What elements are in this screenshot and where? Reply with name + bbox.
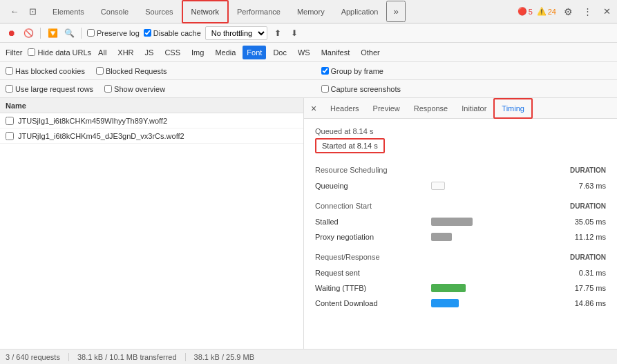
filter-row: Filter Hide data URLs All XHR JS CSS Img… [0, 43, 617, 62]
ttfb-row: Waiting (TTFB) 17.75 ms [315, 280, 606, 296]
options-right-2: Capture screenshots [307, 85, 612, 93]
filter-img[interactable]: Img [187, 46, 208, 59]
settings-button[interactable]: ⚙ [560, 4, 576, 19]
show-overview-checkbox[interactable] [104, 85, 112, 93]
blocked-requests-checkbox[interactable] [96, 67, 104, 75]
filter-manifest[interactable]: Manifest [317, 46, 354, 59]
request-response-title: Request/Response [315, 253, 380, 261]
timing-content: Queued at 8.14 s Started at 8.14 s Resou… [304, 119, 617, 327]
more-options-button[interactable]: ⋮ [580, 4, 595, 19]
disable-cache-checkbox[interactable] [144, 29, 151, 37]
network-toolbar: ⏺ 🚫 🔽 🔍 Preserve log Disable cache No th… [0, 23, 617, 43]
file-2-checkbox[interactable] [6, 132, 14, 140]
filter-xhr[interactable]: XHR [113, 46, 137, 59]
filter-doc[interactable]: Doc [269, 46, 291, 59]
stalled-duration: 35.05 ms [561, 218, 606, 226]
tab-memory[interactable]: Memory [289, 0, 333, 23]
throttle-select[interactable]: No throttling [205, 26, 267, 40]
back-icon[interactable]: ← [7, 4, 22, 19]
ttfb-label: Waiting (TTFB) [315, 284, 426, 292]
detail-tabs: × Headers Preview Response Initiator Tim… [304, 98, 617, 119]
tab-application[interactable]: Application [333, 0, 387, 23]
detail-tab-headers[interactable]: Headers [323, 98, 366, 119]
has-blocked-cookies-checkbox[interactable] [6, 67, 13, 75]
disable-cache-text: Disable cache [153, 29, 201, 37]
search-button[interactable]: 🔍 [63, 27, 75, 39]
error-icon: 🔴 [518, 7, 527, 16]
disable-cache-label[interactable]: Disable cache [144, 29, 201, 37]
blocked-requests-label[interactable]: Blocked Requests [96, 67, 167, 75]
error-badge: 🔴 5 [518, 7, 533, 16]
large-rows-checkbox[interactable] [6, 85, 13, 93]
filter-js[interactable]: JS [141, 46, 158, 59]
filter-css[interactable]: CSS [160, 46, 184, 59]
filter-other[interactable]: Other [357, 46, 384, 59]
tab-elements[interactable]: Elements [44, 0, 93, 23]
show-overview-label[interactable]: Show overview [104, 85, 165, 93]
proxy-label: Proxy negotiation [315, 233, 426, 241]
preserve-log-checkbox[interactable] [87, 29, 95, 37]
dock-icon[interactable]: ⊡ [25, 4, 40, 19]
file-item-1[interactable]: JTUSjIg1_i6t8kCHKm459WIhyyTh89Y.woff2 [0, 113, 303, 128]
options-left-2: Use large request rows Show overview [6, 85, 296, 93]
warning-icon: ⚠️ [537, 7, 547, 16]
queueing-bar-area [431, 182, 556, 190]
queueing-row: Queueing 7.63 ms [315, 178, 606, 193]
group-by-frame-label[interactable]: Group by frame [321, 67, 383, 75]
file-item-2[interactable]: JTURjIg1_i6t8kCHKm45_dJE3gnD_vx3rCs.woff… [0, 128, 303, 144]
ttfb-bar [431, 284, 466, 292]
top-tab-bar: ← ⊡ Elements Console Sources Network Per… [0, 0, 617, 23]
filter-all[interactable]: All [94, 46, 111, 59]
filter-label: Filter [6, 48, 22, 57]
separator-1 [40, 28, 41, 39]
options-row-1: Has blocked cookies Blocked Requests Gro… [0, 62, 617, 80]
detail-close-button[interactable]: × [307, 102, 321, 115]
resource-scheduling-header: Resource Scheduling DURATION [315, 166, 606, 174]
timing-info: Queued at 8.14 s Started at 8.14 s [315, 127, 606, 156]
tab-sources[interactable]: Sources [137, 0, 181, 23]
content-download-duration: 14.86 ms [561, 299, 606, 307]
hide-data-urls-label[interactable]: Hide data URLs [28, 48, 91, 57]
request-sent-duration: 0.31 ms [561, 269, 606, 277]
filter-font[interactable]: Font [243, 46, 266, 59]
file-list-header-name: Name [6, 102, 26, 110]
filter-media[interactable]: Media [211, 46, 240, 59]
file-list: Name JTUSjIg1_i6t8kCHKm459WIhyyTh89Y.wof… [0, 98, 304, 349]
file-1-checkbox[interactable] [6, 117, 14, 125]
content-download-label: Content Download [315, 299, 426, 307]
resource-scheduling-title: Resource Scheduling [315, 166, 388, 174]
clear-button[interactable]: 🚫 [22, 27, 35, 39]
preserve-log-label[interactable]: Preserve log [87, 29, 140, 37]
stalled-row: Stalled 35.05 ms [315, 214, 606, 229]
tab-console[interactable]: Console [93, 0, 137, 23]
status-sep-1 [68, 353, 69, 361]
started-at-text: Started at 8.14 s [315, 138, 385, 153]
top-right-area: 🔴 5 ⚠️ 24 ⚙ ⋮ ✕ [518, 4, 614, 19]
filter-icon[interactable]: 🔽 [46, 27, 59, 39]
content-download-row: Content Download 14.86 ms [315, 296, 606, 311]
export-button[interactable]: ⬇ [288, 27, 301, 39]
detail-tab-initiator[interactable]: Initiator [455, 98, 493, 119]
group-by-frame-checkbox[interactable] [321, 67, 329, 75]
tab-performance[interactable]: Performance [229, 0, 289, 23]
detail-tab-preview[interactable]: Preview [366, 98, 407, 119]
large-rows-label[interactable]: Use large request rows [6, 85, 93, 93]
tab-more[interactable]: » [386, 1, 405, 22]
queueing-duration: 7.63 ms [561, 182, 606, 190]
options-right-1: Group by frame [307, 67, 612, 75]
detail-tab-response[interactable]: Response [407, 98, 455, 119]
capture-screenshots-checkbox[interactable] [321, 85, 329, 93]
queueing-bar [431, 182, 445, 190]
record-button[interactable]: ⏺ [6, 27, 18, 39]
show-overview-text: Show overview [114, 85, 165, 93]
tab-network[interactable]: Network [182, 0, 229, 23]
request-response-section: Request/Response DURATION Request sent 0… [315, 253, 606, 311]
close-devtools-button[interactable]: ✕ [599, 4, 614, 19]
stalled-label: Stalled [315, 218, 426, 226]
hide-data-urls-checkbox[interactable] [28, 48, 35, 56]
filter-ws[interactable]: WS [294, 46, 314, 59]
capture-screenshots-label[interactable]: Capture screenshots [321, 85, 401, 93]
import-button[interactable]: ⬆ [272, 27, 284, 39]
has-blocked-cookies-label[interactable]: Has blocked cookies [6, 67, 85, 75]
detail-tab-timing[interactable]: Timing [493, 98, 533, 119]
